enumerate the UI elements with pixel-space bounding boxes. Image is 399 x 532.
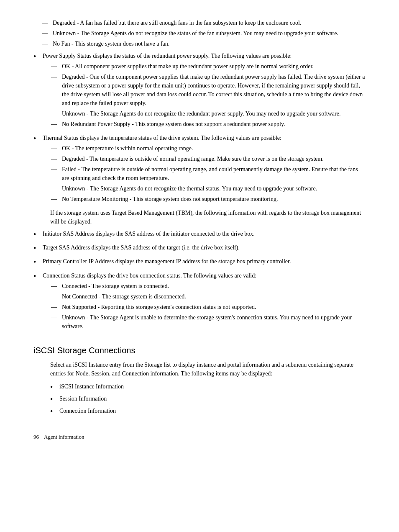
dash-content: Not Connected - The storage system is di… <box>62 292 366 301</box>
dash-mark: — <box>51 195 62 203</box>
tbm-connection-item: • Connection Status displays the drive b… <box>33 271 366 332</box>
fan-continuation-list: — Degraded - A fan has failed but there … <box>42 18 366 48</box>
dash-item: — Degraded - A fan has failed but there … <box>42 18 366 27</box>
tbm-bullet-list: • Initiator SAS Address displays the SAS… <box>33 229 366 332</box>
bullet-dot: • <box>50 394 58 405</box>
bullet-dot: • <box>33 257 41 267</box>
dash-item: — Unknown - The Storage Agents do not re… <box>51 109 366 118</box>
bullet-dot: • <box>33 243 41 254</box>
tbm-initiator-item: • Initiator SAS Address displays the SAS… <box>33 229 366 240</box>
bullet-dot: • <box>50 406 58 417</box>
dash-mark: — <box>51 184 62 193</box>
bullet-content: Initiator SAS Address displays the SAS a… <box>43 229 366 238</box>
dash-content: No Temperature Monitoring - This storage… <box>62 195 366 203</box>
dash-content: No Fan - This storage system does not ha… <box>53 39 366 48</box>
bullet-content: Thermal Status displays the temperature … <box>43 134 366 205</box>
thermal-item: • Thermal Status displays the temperatur… <box>33 134 366 205</box>
content-area: — Degraded - A fan has failed but there … <box>33 18 366 440</box>
tbm-paragraph: If the storage system uses Target Based … <box>50 208 366 226</box>
dash-mark: — <box>42 29 53 38</box>
power-supply-dash-list: — OK - All component power supplies that… <box>51 62 366 129</box>
dash-item: — Not Connected - The storage system is … <box>51 292 366 301</box>
iscsi-intro: Select an iSCSI Instance entry from the … <box>50 360 366 378</box>
tbm-primary-item: • Primary Controller IP Address displays… <box>33 257 366 267</box>
list-item: • Session Information <box>50 394 366 405</box>
dash-item: — Failed - The temperature is outside of… <box>51 165 366 182</box>
dash-item: — Unknown - The Storage Agent is unable … <box>51 313 366 331</box>
dash-item: — Unknown - The Storage Agents do not re… <box>42 29 366 38</box>
thermal-dash-list: — OK - The temperature is within normal … <box>51 144 366 203</box>
footer-label: Agent information <box>44 434 84 440</box>
bullet-content: Primary Controller IP Address displays t… <box>43 257 366 266</box>
dash-content: Unknown - The Storage Agent is unable to… <box>62 313 366 331</box>
dash-item: — No Fan - This storage system does not … <box>42 39 366 48</box>
connection-status-label: Connection Status displays the drive box… <box>43 272 256 279</box>
tbm-target-item: • Target SAS Address displays the SAS ad… <box>33 243 366 254</box>
dash-mark: — <box>51 120 62 129</box>
bullet-dot: • <box>33 51 41 62</box>
thermal-section: • Thermal Status displays the temperatur… <box>33 134 366 205</box>
dash-item: — No Temperature Monitoring - This stora… <box>51 195 366 203</box>
dash-item: — Not Supported - Reporting this storage… <box>51 303 366 311</box>
dash-content: OK - All component power supplies that m… <box>62 62 366 71</box>
dash-mark: — <box>42 18 53 27</box>
dash-content: Degraded - One of the component power su… <box>62 72 366 108</box>
bullet-dot: • <box>33 134 41 144</box>
dash-item: — OK - All component power supplies that… <box>51 62 366 71</box>
dash-content: Not Supported - Reporting this storage s… <box>62 303 366 311</box>
bullet-content: Power Supply Status displays the status … <box>43 51 366 130</box>
bullet-content: Target SAS Address displays the SAS addr… <box>43 243 366 252</box>
dash-item: — Degraded - The temperature is outside … <box>51 154 366 163</box>
power-supply-label: Power Supply Status displays the status … <box>43 53 292 59</box>
dash-content: No Redundant Power Supply - This storage… <box>62 120 366 129</box>
dash-content: Unknown - The Storage Agents do not reco… <box>53 29 366 38</box>
dash-content: Connected - The storage system is connec… <box>62 282 366 290</box>
dash-mark: — <box>51 72 62 81</box>
thermal-label: Thermal Status displays the temperature … <box>43 135 281 141</box>
page-footer: 96 Agent information <box>33 434 366 440</box>
dash-content: OK - The temperature is within normal op… <box>62 144 366 153</box>
power-supply-section: • Power Supply Status displays the statu… <box>33 51 366 130</box>
list-item: • Connection Information <box>50 406 366 417</box>
dash-mark: — <box>51 292 62 301</box>
dash-mark: — <box>51 165 62 174</box>
bullet-content: Session Information <box>59 394 366 403</box>
dash-mark: — <box>51 282 62 290</box>
connection-status-dash-list: — Connected - The storage system is conn… <box>51 282 366 331</box>
dash-mark: — <box>51 109 62 118</box>
bullet-dot: • <box>33 229 41 240</box>
iscsi-heading: iSCSI Storage Connections <box>33 346 366 355</box>
iscsi-items-list: • iSCSI Instance Information • Session I… <box>50 382 366 417</box>
dash-item: — Unknown - The Storage Agents do not re… <box>51 184 366 193</box>
dash-item: — OK - The temperature is within normal … <box>51 144 366 153</box>
dash-content: Failed - The temperature is outside of n… <box>62 165 366 182</box>
dash-content: Degraded - A fan has failed but there ar… <box>53 18 366 27</box>
dash-mark: — <box>51 154 62 163</box>
dash-content: Unknown - The Storage Agents do not reco… <box>62 109 366 118</box>
dash-content: Degraded - The temperature is outside of… <box>62 154 366 163</box>
dash-mark: — <box>51 62 62 71</box>
dash-content: Unknown - The Storage Agents do not reco… <box>62 184 366 193</box>
dash-item: — Connected - The storage system is conn… <box>51 282 366 290</box>
dash-item: — Degraded - One of the component power … <box>51 72 366 108</box>
dash-mark: — <box>42 39 53 48</box>
dash-mark: — <box>51 303 62 311</box>
bullet-dot: • <box>33 271 41 282</box>
dash-item: — No Redundant Power Supply - This stora… <box>51 120 366 129</box>
power-supply-item: • Power Supply Status displays the statu… <box>33 51 366 130</box>
bullet-content: iSCSI Instance Information <box>59 382 366 391</box>
dash-mark: — <box>51 144 62 153</box>
bullet-dot: • <box>50 382 58 393</box>
page-number: 96 <box>33 434 39 440</box>
list-item: • iSCSI Instance Information <box>50 382 366 393</box>
bullet-content: Connection Status displays the drive box… <box>43 271 366 332</box>
dash-mark: — <box>51 313 62 322</box>
bullet-content: Connection Information <box>59 406 366 415</box>
